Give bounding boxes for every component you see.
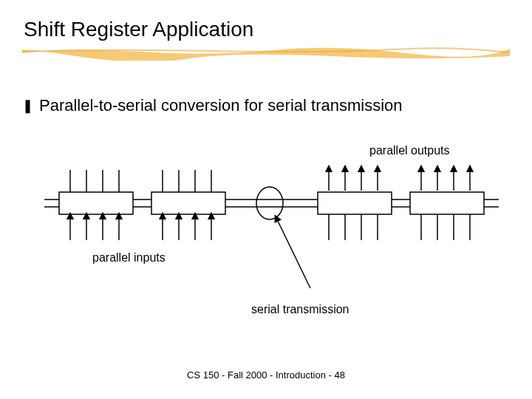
- bullet-item: ❚ Parallel-to-serial conversion for seri…: [22, 96, 403, 115]
- svg-point-24: [256, 187, 283, 219]
- svg-rect-13: [151, 192, 225, 214]
- svg-rect-0: [59, 192, 133, 214]
- bullet-glyph-icon: ❚: [22, 99, 33, 112]
- shift-register-diagram: [44, 133, 502, 296]
- svg-rect-26: [318, 192, 392, 214]
- bullet-text: Parallel-to-serial conversion for serial…: [39, 96, 403, 115]
- label-serial-transmission: serial transmission: [251, 303, 349, 316]
- title-underline: [22, 46, 510, 61]
- svg-rect-37: [410, 192, 484, 214]
- label-parallel-outputs: parallel outputs: [369, 144, 450, 157]
- label-parallel-inputs: parallel inputs: [92, 251, 166, 265]
- slide-footer: CS 150 - Fall 2000 - Introduction - 48: [0, 369, 532, 381]
- svg-line-25: [276, 218, 310, 288]
- slide-title: Shift Register Application: [24, 18, 253, 41]
